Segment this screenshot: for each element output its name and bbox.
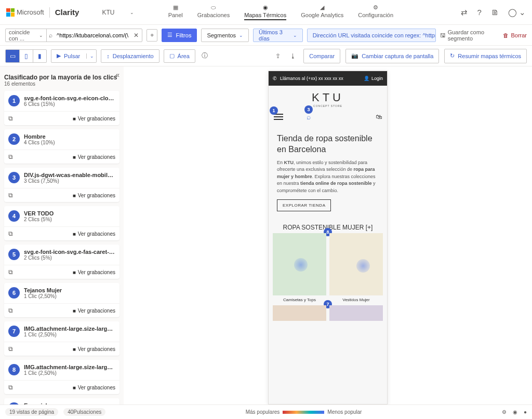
copy-icon[interactable]: ⧉ — [8, 115, 13, 122]
camera-icon: ■ — [73, 346, 76, 352]
ranking-card[interactable]: 1svg.e-font-icon-svg.e-eicon-close[1]6 C… — [4, 91, 119, 125]
ranking-card[interactable]: 3DIV.js-dgwt-wcas-enable-mobile-f...3 Cl… — [4, 168, 119, 202]
ranking-card[interactable]: 8IMG.attachment-large.size-large[1]1 Cli… — [4, 360, 119, 394]
ranking-card[interactable]: 4VER TODO2 Clics (5%)⧉■Ver grabaciones — [4, 206, 119, 240]
change-screenshot-button[interactable]: 📷Cambiar captura de pantalla — [345, 49, 439, 63]
settings-icon[interactable]: ⚙ — [502, 409, 507, 415]
compare-button[interactable]: Comparar — [303, 49, 340, 63]
ranking-card[interactable]: 7IMG.attachment-large.size-large[1]1 Cli… — [4, 321, 119, 356]
camera-icon: ■ — [73, 269, 76, 275]
device-mobile[interactable]: ▮ — [33, 50, 46, 62]
rank-badge: 7 — [8, 326, 20, 337]
clear-filters[interactable]: 🗑Borrar — [503, 32, 527, 38]
tab-panel[interactable]: ▦Panel — [168, 4, 183, 20]
tab-label: Grabaciones — [197, 12, 230, 18]
copy-icon[interactable]: ⧉ — [8, 192, 13, 199]
help-icon[interactable]: ? — [477, 8, 481, 17]
view-recordings-link[interactable]: ■Ver grabaciones — [73, 154, 115, 160]
ranking-card[interactable]: 5svg.e-font-icon-svg.e-fas-caret-do...2 … — [4, 245, 119, 279]
download-icon[interactable]: ⭳ — [288, 50, 298, 62]
copy-icon[interactable]: ⧉ — [8, 384, 13, 391]
user-menu[interactable]: ◯ ⌄ — [508, 8, 526, 17]
url-filter-chip[interactable]: Dirección URL visitada coincide con rege… — [307, 29, 436, 42]
copy-icon[interactable]: ⧉ — [8, 230, 13, 237]
match-type[interactable]: coincide con ...⌄ — [6, 29, 47, 42]
url-search[interactable]: coincide con ...⌄ ⌕ ✕ — [5, 29, 142, 42]
url-input[interactable] — [55, 29, 130, 42]
device-desktop[interactable]: ▭ — [6, 50, 19, 62]
tab-heatmaps[interactable]: ◉Mapas Térmicos — [244, 4, 286, 20]
call-us-text: Llámanos al (+xx) xx xxx xx xx — [280, 76, 343, 81]
more-icon[interactable]: ● — [524, 409, 527, 415]
view-recordings-link[interactable]: ■Ver grabaciones — [73, 193, 115, 198]
camera-icon: ■ — [73, 231, 76, 237]
summarize-button[interactable]: ↻Resumir mapas térmicos — [444, 49, 527, 63]
connect-icon[interactable]: ⇄ — [461, 8, 468, 17]
rank-badge: 8 — [8, 364, 20, 375]
filters-button[interactable]: ☰Filtros — [162, 29, 197, 42]
ranking-card[interactable]: 2Hombre4 Clics (10%)⧉■Ver grabaciones — [4, 129, 119, 164]
product-label: Camisetas y Tops — [273, 298, 326, 302]
element-meta: 1 Clic (2,50%) — [24, 370, 115, 376]
rank-badge: 4 — [8, 210, 20, 222]
project-selector[interactable]: KTU ⌄ — [102, 9, 134, 16]
ranking-card[interactable]: 6Tejanos Mujer1 Clic (2,50%)⧉■Ver grabac… — [4, 283, 119, 317]
search-icon: ⌕ — [47, 32, 55, 39]
camera-icon: 📷 — [351, 52, 358, 59]
scroll-button[interactable]: ↕Desplazamiento — [101, 49, 159, 63]
tab-recordings[interactable]: ⬭Grabaciones — [197, 4, 230, 20]
tab-label: Configuración — [358, 12, 393, 18]
tab-ga[interactable]: ◢Google Analytics — [301, 4, 343, 20]
camera-icon: ■ — [73, 385, 76, 390]
collapse-icon[interactable]: « — [115, 71, 119, 79]
save-segment[interactable]: 🖫Guardar como segmento — [440, 29, 499, 42]
copy-icon[interactable]: ⧉ — [8, 345, 13, 353]
match-label: coincide con ... — [9, 29, 38, 42]
device-toggle: ▭ ▯ ▮ — [5, 49, 47, 63]
device-tablet[interactable]: ▯ — [19, 50, 33, 62]
view-recordings-link[interactable]: ■Ver grabaciones — [73, 231, 115, 237]
copy-icon[interactable]: ⧉ — [8, 307, 13, 314]
view-recordings-link[interactable]: ■Ver grabaciones — [73, 385, 115, 390]
preview-topbar: ✆ Llámanos al (+xx) xx xxx xx xx 👤Login — [269, 71, 387, 86]
area-icon: ▢ — [169, 52, 175, 59]
product-grid: 7 — [269, 305, 387, 323]
clear-label: Borrar — [511, 32, 527, 38]
heatmap-canvas[interactable]: ✆ Llámanos al (+xx) xx xxx xx xx 👤Login … — [124, 66, 532, 404]
area-button[interactable]: ▢Área — [164, 49, 195, 63]
segments-button[interactable]: Segmentos⌄ — [201, 29, 249, 42]
share-icon[interactable]: ⇪ — [273, 50, 283, 62]
notes-icon[interactable]: 🗎 — [491, 8, 499, 17]
search-icon: ⌕ — [307, 113, 311, 121]
tab-label: Mapas Térmicos — [244, 12, 286, 18]
refresh-icon: ↻ — [450, 52, 455, 59]
info-icon[interactable]: ⓘ — [202, 51, 208, 60]
add-filter-button[interactable]: + — [147, 29, 157, 42]
view-recordings-link[interactable]: ■Ver grabaciones — [73, 269, 115, 275]
element-meta: 1 Clic (2,50%) — [24, 332, 115, 337]
view-recordings-link[interactable]: ■Ver grabaciones — [73, 116, 115, 121]
element-meta: 1 Clic (2,50%) — [24, 293, 115, 299]
tab-settings[interactable]: ⚙Configuración — [358, 4, 393, 20]
copy-icon[interactable]: ⧉ — [8, 153, 13, 160]
clear-icon[interactable]: ✕ — [130, 32, 142, 39]
bag-icon: 🛍 — [376, 113, 382, 120]
product-card: Camisetas y Tops — [273, 233, 326, 302]
copy-icon[interactable]: ⧉ — [8, 268, 13, 276]
login-label: Login — [371, 76, 383, 81]
visibility-icon[interactable]: ◉ — [513, 409, 517, 415]
scroll-label: Desplazamiento — [113, 53, 154, 59]
date-label: Últimos 3 días — [259, 29, 290, 42]
date-range[interactable]: Últimos 3 días⌄ — [253, 29, 303, 42]
ranking-card[interactable]: 9Esenciales1 Clic (2,50%)⧉■Ver grabacion… — [4, 398, 119, 404]
camera-icon: ■ — [73, 308, 76, 314]
ranking-sidebar: « Clasificado por la mayoría de los clic… — [0, 66, 124, 404]
product-image — [329, 305, 383, 321]
clarity-brand: Clarity — [55, 8, 79, 17]
view-recordings-link[interactable]: ■Ver grabaciones — [73, 346, 115, 352]
legend-right: Menos popular — [327, 409, 362, 415]
heatmap-badge: 1 — [270, 106, 278, 115]
pulsar-button[interactable]: ▶Pulsar⌄ — [51, 49, 97, 63]
element-name: VER TODO — [24, 210, 115, 217]
view-recordings-link[interactable]: ■Ver grabaciones — [73, 308, 115, 314]
